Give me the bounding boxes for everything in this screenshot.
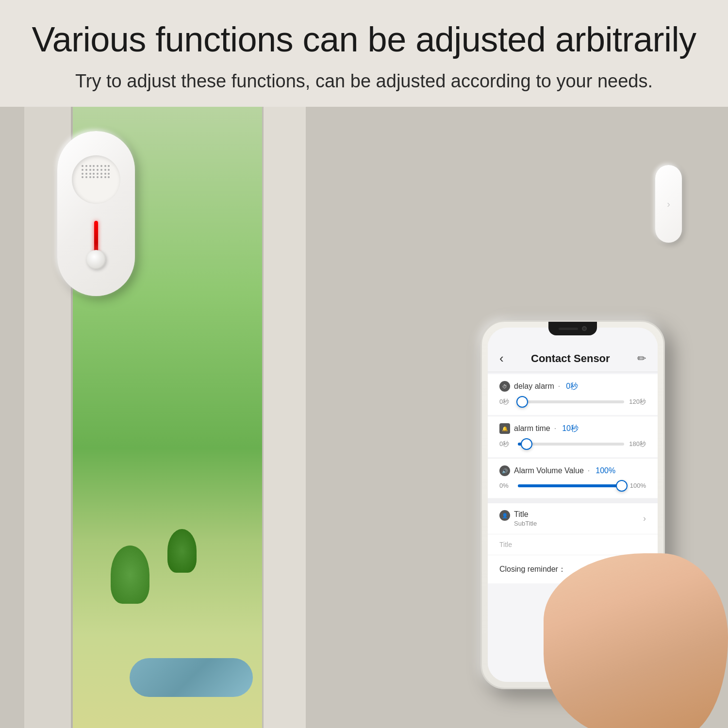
alarm-volume-separator: · [588, 466, 590, 475]
title-nav-left: 👤 Title SubTitle [499, 510, 537, 527]
speaker-dot [97, 176, 99, 178]
delay-alarm-slider[interactable]: 0秒 120秒 [499, 396, 646, 411]
delay-alarm-separator: · [558, 382, 560, 391]
alarm-time-slider[interactable]: 0秒 180秒 [499, 438, 646, 453]
delay-alarm-track[interactable] [518, 400, 624, 403]
speaker-dot [97, 165, 99, 167]
speaker-dot [108, 165, 110, 167]
main-title: Various functions can be adjusted arbitr… [32, 18, 696, 60]
alarm-time-icon: 🔔 [499, 423, 510, 434]
door-sensor: › [655, 165, 682, 243]
speaker-dot [82, 176, 83, 178]
alarm-volume-icon: 🔊 [499, 465, 510, 476]
delay-alarm-row: ⏱ delay alarm · 0秒 0秒 1 [488, 374, 658, 415]
phone-camera [582, 326, 587, 331]
scene-area: › ‹ Contact Sensor ✏ [0, 107, 728, 728]
chevron-right-icon: › [643, 513, 646, 524]
alarm-body [57, 131, 135, 296]
app-header: ‹ Contact Sensor ✏ [488, 341, 658, 372]
garden-tree2 [167, 529, 197, 573]
title-input-label[interactable]: Title [499, 541, 512, 548]
header-area: Various functions can be adjusted arbitr… [0, 0, 728, 112]
speaker-dot [89, 173, 91, 175]
alarm-volume-min: 0% [499, 482, 513, 489]
speaker-dot [97, 169, 99, 171]
sensor-body: › [655, 165, 682, 243]
alarm-time-max: 180秒 [629, 440, 646, 448]
app-title: Contact Sensor [531, 352, 610, 365]
title-nav-row[interactable]: 👤 Title SubTitle › [488, 503, 658, 534]
speaker-dot [93, 165, 95, 167]
speaker-dot [100, 165, 102, 167]
sub-title: Try to adjust these functions, can be ad… [75, 69, 653, 93]
alarm-button [86, 250, 106, 269]
clock-icon: ⏱ [502, 384, 507, 389]
speaker-dot [104, 176, 106, 178]
alarm-volume-name: Alarm Volume Value [514, 466, 584, 475]
speaker-dot [85, 176, 87, 178]
section-gap-1 [488, 498, 658, 503]
delay-alarm-value: 0秒 [566, 381, 578, 392]
delay-alarm-max: 120秒 [629, 397, 646, 406]
garden-tree1 [111, 546, 149, 604]
delay-alarm-icon: ⏱ [499, 381, 510, 392]
title-nav-content: Title SubTitle [514, 510, 537, 527]
delay-alarm-thumb[interactable] [516, 396, 528, 408]
speaker-dot [108, 173, 110, 175]
alarm-volume-slider[interactable]: 0% 100% [499, 480, 646, 494]
delay-alarm-min: 0秒 [499, 397, 513, 406]
pool-area [130, 658, 253, 697]
delay-alarm-name: delay alarm [514, 382, 554, 391]
person-icon: 👤 [502, 513, 508, 518]
alarm-time-row: 🔔 alarm time · 10秒 0秒 [488, 416, 658, 457]
phone-notch [548, 322, 597, 335]
delay-alarm-label: ⏱ delay alarm · 0秒 [499, 381, 646, 392]
alarm-volume-fill [518, 484, 625, 487]
speaker-dot [97, 173, 99, 175]
speaker-dot [100, 176, 102, 178]
speaker-dot [104, 165, 106, 167]
sensor-arrow-icon: › [667, 199, 670, 210]
alarm-time-thumb[interactable] [521, 438, 532, 450]
alarm-time-separator: · [554, 424, 556, 433]
alarm-device [57, 131, 135, 296]
alarm-time-value: 10秒 [562, 424, 579, 434]
alarm-volume-thumb[interactable] [616, 480, 628, 492]
alarm-volume-value: 100% [596, 466, 615, 475]
speaker-dot [82, 173, 83, 175]
title-main-label: Title [514, 510, 537, 519]
speaker-dot [100, 169, 102, 171]
speaker-dot [82, 165, 83, 167]
edit-button[interactable]: ✏ [637, 352, 646, 365]
alarm-volume-label: 🔊 Alarm Volume Value · 100% [499, 465, 646, 476]
volume-icon: 🔊 [502, 468, 508, 474]
title-sub-label: SubTitle [514, 520, 537, 527]
speaker-dot [93, 173, 95, 175]
alarm-time-track[interactable] [518, 443, 624, 446]
alarm-volume-max: 100% [630, 482, 646, 489]
speaker-dot [104, 169, 106, 171]
speaker-dot [108, 176, 110, 178]
speaker-dot [93, 176, 95, 178]
speaker-dot [85, 173, 87, 175]
speaker-dot [89, 176, 91, 178]
door-frame-right [262, 107, 306, 728]
speaker-dot [89, 169, 91, 171]
alarm-time-name: alarm time [514, 424, 550, 433]
speaker-dot [104, 173, 106, 175]
speaker-dot [85, 165, 87, 167]
alarm-time-min: 0秒 [499, 440, 513, 448]
speaker-dot [82, 169, 83, 171]
title-icon: 👤 [499, 510, 510, 521]
alarm-time-label: 🔔 alarm time · 10秒 [499, 423, 646, 434]
speaker-dot [89, 165, 91, 167]
hand-area [524, 544, 728, 728]
back-button[interactable]: ‹ [499, 351, 504, 366]
alarm-volume-track[interactable] [518, 484, 625, 487]
phone-container: ‹ Contact Sensor ✏ ⏱ delay alarm · [480, 320, 713, 728]
hand-shape [544, 553, 728, 728]
alarm-icon: 🔔 [502, 426, 508, 431]
phone-speaker-slit [559, 328, 578, 330]
alarm-volume-row: 🔊 Alarm Volume Value · 100% 0% [488, 458, 658, 498]
alarm-speaker [72, 155, 120, 204]
